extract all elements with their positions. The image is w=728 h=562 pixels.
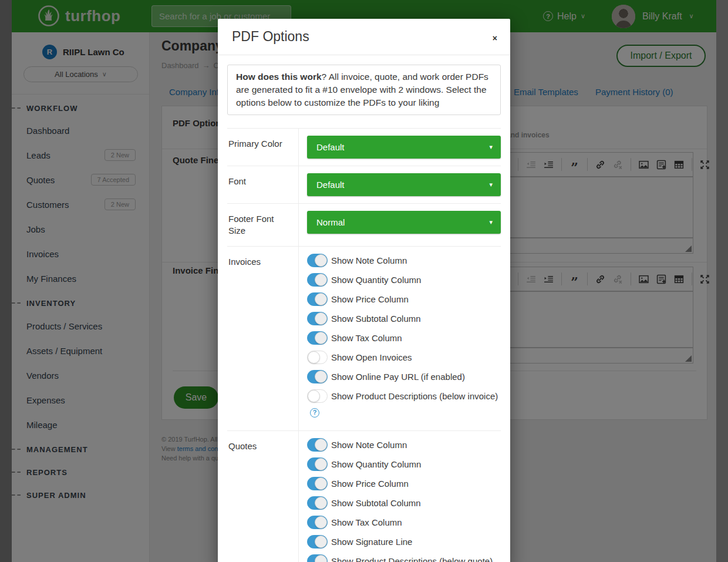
invoice-open-invoices-toggle[interactable] <box>307 351 328 364</box>
font-label: Font <box>227 166 299 203</box>
caret-down-icon: ▾ <box>489 218 493 226</box>
info-bold-text: How does this work <box>236 72 322 82</box>
caret-down-icon: ▾ <box>489 143 493 151</box>
invoices-label: Invoices <box>227 247 299 430</box>
footer-font-size-row: Footer Font Size Normal ▾ <box>227 203 501 246</box>
toggle-row: Show Signature Line <box>307 535 501 548</box>
font-row: Font Default ▾ <box>227 166 501 203</box>
toggle-row: Show Online Pay URL (if enabled) <box>307 370 501 383</box>
toggle-row: Show Price Column <box>307 477 501 490</box>
quotes-label: Quotes <box>227 431 299 562</box>
font-value: Default <box>316 180 345 190</box>
quote-product-descriptions-toggle[interactable] <box>307 554 328 562</box>
quote-price-column-toggle[interactable] <box>307 477 328 490</box>
invoices-options-row: Invoices Show Note Column Show Quantity … <box>227 246 501 430</box>
primary-color-value: Default <box>316 142 345 152</box>
toggle-row: Show Subtotal Column <box>307 312 501 325</box>
window-edge-right <box>716 0 728 562</box>
close-icon[interactable]: × <box>493 34 497 42</box>
quote-signature-line-toggle[interactable] <box>307 535 328 548</box>
font-select[interactable]: Default ▾ <box>307 173 501 196</box>
toggle-row: Show Price Column <box>307 292 501 306</box>
primary-color-select[interactable]: Default ▾ <box>307 136 501 159</box>
quote-tax-column-toggle[interactable] <box>307 516 328 529</box>
screen: turfhop ? Help ∨ Billy Kraft ∨ <box>0 0 728 562</box>
toggle-row: Show Note Column <box>307 438 501 452</box>
modal-title: PDF Options <box>232 29 496 45</box>
caret-down-icon: ▾ <box>489 181 493 189</box>
pdf-options-modal: PDF Options × How does this work? All in… <box>218 19 510 562</box>
invoice-note-column-toggle[interactable] <box>307 254 328 267</box>
window-edge-left <box>0 0 12 562</box>
toggle-row: Show Product Descriptions (below invoice… <box>307 389 501 418</box>
toggle-row: Show Tax Column <box>307 331 501 345</box>
footer-font-size-select[interactable]: Normal ▾ <box>307 211 501 234</box>
invoice-tax-column-toggle[interactable] <box>307 331 328 345</box>
quote-note-column-toggle[interactable] <box>307 438 328 452</box>
footer-font-size-label: Footer Font Size <box>227 204 299 246</box>
toggle-row: Show Product Descriptions (below quote)? <box>307 554 501 562</box>
footer-font-size-value: Normal <box>316 217 345 227</box>
primary-color-row: Primary Color Default ▾ <box>227 128 501 166</box>
quotes-options-row: Quotes Show Note Column Show Quantity Co… <box>227 430 501 562</box>
toggle-row: Show Quantity Column <box>307 273 501 287</box>
invoice-subtotal-column-toggle[interactable] <box>307 312 328 325</box>
invoice-product-descriptions-toggle[interactable] <box>307 389 328 403</box>
modal-header: PDF Options × <box>218 19 510 55</box>
modal-body: How does this work? All invoice, quote, … <box>218 55 510 562</box>
pdf-info-box: How does this work? All invoice, quote, … <box>227 65 501 115</box>
quote-quantity-column-toggle[interactable] <box>307 457 328 471</box>
toggle-row: Show Subtotal Column <box>307 496 501 510</box>
invoice-price-column-toggle[interactable] <box>307 292 328 306</box>
toggle-row: Show Open Invoices <box>307 351 501 364</box>
help-icon[interactable]: ? <box>310 408 319 418</box>
invoice-online-pay-url-toggle[interactable] <box>307 370 328 383</box>
quote-subtotal-column-toggle[interactable] <box>307 496 328 510</box>
toggle-row: Show Tax Column <box>307 516 501 529</box>
primary-color-label: Primary Color <box>227 129 299 166</box>
toggle-row: Show Quantity Column <box>307 457 501 471</box>
toggle-row: Show Note Column <box>307 254 501 267</box>
invoice-quantity-column-toggle[interactable] <box>307 273 328 287</box>
